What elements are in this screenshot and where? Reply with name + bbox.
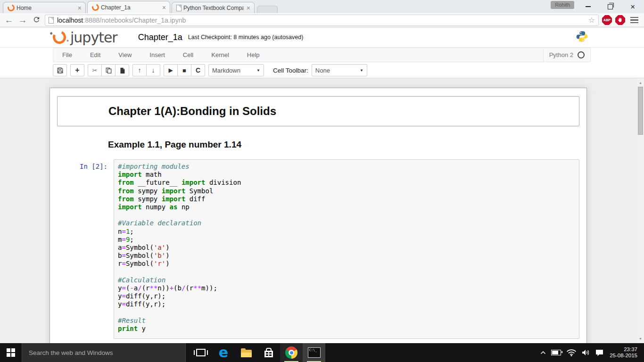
wifi-icon[interactable] <box>566 349 577 356</box>
restore-icon <box>608 4 613 9</box>
menu-kernel[interactable]: Kernel <box>202 51 238 58</box>
refresh-icon <box>33 16 41 24</box>
edge-button[interactable]: e <box>212 343 235 362</box>
notebook-title[interactable]: Chapter_1a <box>138 33 182 42</box>
code-line: from __future__ import division <box>118 179 575 187</box>
scrollbar[interactable]: ▲ ▼ <box>637 78 644 343</box>
volume-icon[interactable] <box>582 349 590 356</box>
chrome-profile-badge[interactable]: Rohith <box>551 1 574 9</box>
adblock-plus-icon[interactable]: ABP <box>602 15 612 25</box>
address-bar[interactable]: localhost:8888/notebooks/Chapter_1a.ipyn… <box>45 15 599 26</box>
taskbar-clock[interactable]: 23:37 25-08-2015 <box>609 346 640 359</box>
jupyter-toolbar: +✂↑↓▶■C Markdown ▼ Cell Toolbar: None ▼ <box>53 63 591 78</box>
system-tray: 23:37 25-08-2015 <box>540 343 644 362</box>
add-cell-button[interactable]: + <box>70 64 84 76</box>
menu-insert[interactable]: Insert <box>140 51 174 58</box>
menu-edit[interactable]: Edit <box>81 51 109 58</box>
restart-kernel-button[interactable]: C <box>191 64 205 76</box>
code-line: #importing modules <box>118 163 575 171</box>
refresh-button[interactable] <box>31 16 41 25</box>
url-text[interactable]: localhost:8888/notebooks/Chapter_1a.ipyn… <box>57 16 186 24</box>
tab-home[interactable]: Home× <box>3 2 86 13</box>
copy-cell-button[interactable] <box>101 64 116 76</box>
file-explorer-button[interactable] <box>235 343 257 362</box>
toolbar-group-3: ↑↓ <box>132 64 160 76</box>
battery-icon[interactable] <box>551 350 561 355</box>
toolbar-group-1: + <box>70 64 84 76</box>
minimize-button[interactable] <box>577 0 599 13</box>
restart-icon: C <box>196 66 200 74</box>
cut-cell-button[interactable]: ✂ <box>88 64 102 76</box>
jupyter-logo[interactable]: jupyter <box>53 29 117 46</box>
cell-toolbar-value: None <box>315 67 330 74</box>
command-prompt-button[interactable]: C:\_ <box>303 343 325 362</box>
menu-view[interactable]: View <box>109 51 140 58</box>
new-tab-button[interactable] <box>257 6 278 13</box>
save-button[interactable] <box>53 64 67 76</box>
kernel-name: Python 2 <box>549 51 573 58</box>
cell-toolbar-select[interactable]: None ▼ <box>312 64 367 76</box>
chrome-menu-icon[interactable] <box>630 17 638 24</box>
clock-time: 23:37 <box>610 346 637 353</box>
cell-type-select[interactable]: Markdown ▼ <box>208 64 264 76</box>
tab-close-icon[interactable]: × <box>77 5 83 11</box>
run-cell-button[interactable]: ▶ <box>164 64 178 76</box>
code-line: y=diff(y,r); <box>118 292 575 300</box>
paste-cell-button[interactable] <box>115 64 129 76</box>
notebook-container: Chapter 1(A):Bonding in Solids Example 1… <box>50 88 587 343</box>
scroll-up-icon[interactable]: ▲ <box>637 79 644 86</box>
menu-cell[interactable]: Cell <box>174 51 202 58</box>
menu-file[interactable]: File <box>53 51 81 58</box>
jupyter-menubar-row: FileEditViewInsertCellKernelHelp Python … <box>0 48 644 63</box>
windows-taskbar: e C:\_ <box>0 343 644 362</box>
tab-chapter-1a[interactable]: Chapter_1a× <box>87 1 170 13</box>
tray-chevron-icon[interactable] <box>540 351 546 354</box>
clock-date: 25-08-2015 <box>610 353 637 359</box>
input-prompt: In [2]: <box>57 159 114 339</box>
minimize-icon <box>586 6 591 7</box>
taskbar-search-input[interactable] <box>22 343 186 362</box>
close-icon: × <box>630 3 635 11</box>
kernel-idle-icon <box>578 51 585 58</box>
markdown-cell-selected[interactable]: Chapter 1(A):Bonding in Solids <box>57 96 579 126</box>
forward-button[interactable]: → <box>17 16 28 25</box>
code-editor[interactable]: #importing modulesimport mathfrom __futu… <box>114 159 579 339</box>
menu-help[interactable]: Help <box>238 51 269 58</box>
tab-python-textbook-compan[interactable]: Python Textbook Compan× <box>172 2 255 13</box>
blocker-hand-icon[interactable] <box>615 15 625 25</box>
action-center-icon[interactable] <box>595 349 603 356</box>
browser-titlebar: Home×Chapter_1a×Python Textbook Compan× … <box>0 0 644 13</box>
toolbar-group-2: ✂ <box>88 64 129 76</box>
kernel-indicator: Python 2 <box>543 48 590 62</box>
move-cell-up-button[interactable]: ↑ <box>132 64 147 76</box>
tab-close-icon[interactable]: × <box>161 4 167 11</box>
task-view-button[interactable] <box>190 343 212 362</box>
start-button[interactable] <box>0 343 22 362</box>
tab-close-icon[interactable]: × <box>246 5 251 11</box>
scroll-down-icon[interactable]: ▼ <box>637 335 644 342</box>
chevron-down-icon: ▼ <box>256 68 260 73</box>
move-cell-down-button[interactable]: ↓ <box>146 64 160 76</box>
scrollbar-thumb[interactable] <box>638 87 643 135</box>
interrupt-kernel-button[interactable]: ■ <box>177 64 191 76</box>
code-line <box>118 268 575 276</box>
browser-toolbar: ← → localhost:8888/notebooks/Chapter_1a.… <box>0 13 644 27</box>
tab-title: Home <box>17 5 75 11</box>
bookmark-star-icon[interactable]: ☆ <box>588 16 595 25</box>
maximize-button[interactable] <box>599 0 621 13</box>
code-cell[interactable]: In [2]: #importing modulesimport mathfro… <box>57 159 579 339</box>
scissors-icon: ✂ <box>92 67 98 74</box>
chrome-button[interactable] <box>280 343 303 362</box>
code-line <box>118 309 575 317</box>
store-button[interactable] <box>257 343 280 362</box>
page-favicon <box>176 5 182 11</box>
code-line: m=9; <box>118 236 575 244</box>
arrow-up-icon: ↑ <box>138 66 141 74</box>
cell-type-value: Markdown <box>212 67 240 74</box>
markdown-cell[interactable]: Example 1.1, Page number 1.14 <box>57 126 579 150</box>
close-button[interactable]: × <box>622 0 644 13</box>
back-button[interactable]: ← <box>4 16 14 25</box>
code-line: b=Symbol('b') <box>118 252 575 260</box>
code-line: from sympy import diff <box>118 195 575 203</box>
chevron-down-icon: ▼ <box>360 68 363 73</box>
